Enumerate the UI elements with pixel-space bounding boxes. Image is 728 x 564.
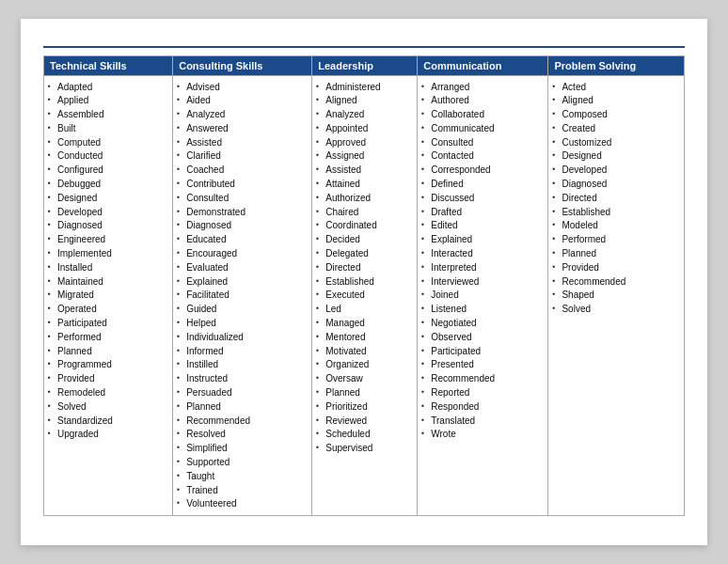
list-item: Computed	[48, 135, 168, 149]
col-header-communication: Communication	[418, 56, 548, 76]
list-item: Configured	[48, 164, 168, 178]
list-item: Scheduled	[316, 428, 413, 442]
list-item: Organized	[316, 358, 413, 372]
list-item: Directed	[316, 260, 413, 274]
col-body-consulting: AdvisedAidedAnalyzedAnsweredAssistedClar…	[173, 76, 312, 516]
list-item: Corresponded	[421, 164, 544, 178]
list-item: Performed	[552, 233, 680, 247]
list-item: Responded	[421, 400, 544, 414]
list-item: Arranged	[421, 80, 544, 94]
col-header-technical: Technical Skills	[44, 56, 173, 76]
list-item: Remodeled	[48, 386, 168, 400]
list-item: Administered	[316, 80, 413, 94]
list-item: Discussed	[421, 191, 544, 205]
list-item: Established	[552, 205, 680, 219]
list-item: Negotiated	[421, 317, 544, 331]
list-item: Translated	[421, 414, 544, 428]
list-item: Taught	[177, 469, 308, 483]
list-item: Educated	[177, 233, 308, 247]
list-item: Helped	[177, 317, 308, 331]
list-item: Analyzed	[177, 108, 308, 122]
list-item: Joined	[421, 289, 544, 303]
list-item: Programmed	[48, 358, 168, 372]
list-item: Trained	[177, 483, 308, 497]
list-item: Informed	[177, 344, 308, 358]
list-item: Collaborated	[421, 108, 544, 122]
list-item: Diagnosed	[48, 219, 168, 233]
list-item: Persuaded	[177, 386, 308, 400]
list-item: Planned	[552, 247, 680, 261]
list-item: Observed	[421, 330, 544, 344]
list-item: Resolved	[177, 428, 308, 442]
list-item: Decided	[316, 233, 413, 247]
list-item: Planned	[316, 386, 413, 400]
list-item: Developed	[552, 164, 680, 178]
word-list-consulting: AdvisedAidedAnalyzedAnsweredAssistedClar…	[177, 80, 308, 511]
list-item: Mentored	[316, 330, 413, 344]
col-header-leadership: Leadership	[312, 56, 418, 76]
list-item: Drafted	[421, 205, 544, 219]
list-item: Composed	[552, 108, 680, 122]
list-item: Established	[316, 274, 413, 289]
list-item: Customized	[552, 135, 680, 149]
list-item: Assembled	[48, 108, 168, 122]
list-item: Consulted	[421, 135, 544, 149]
list-item: Appointed	[316, 121, 413, 135]
list-item: Shaped	[552, 289, 680, 303]
list-item: Volunteered	[177, 497, 308, 511]
list-item: Assigned	[316, 149, 413, 164]
list-item: Explained	[421, 233, 544, 247]
list-item: Answered	[177, 121, 308, 135]
col-body-communication: ArrangedAuthoredCollaboratedCommunicated…	[418, 76, 548, 516]
list-item: Provided	[552, 260, 680, 274]
list-item: Aided	[177, 94, 308, 108]
list-item: Solved	[552, 303, 680, 317]
list-item: Chaired	[316, 205, 413, 219]
list-item: Planned	[48, 344, 168, 358]
list-item: Modeled	[552, 219, 680, 233]
col-header-consulting: Consulting Skills	[173, 56, 312, 76]
list-item: Authored	[421, 94, 544, 108]
list-item: Standardized	[48, 414, 168, 428]
list-item: Communicated	[421, 121, 544, 135]
list-item: Led	[316, 303, 413, 317]
word-list-technical: AdaptedAppliedAssembledBuiltComputedCond…	[48, 80, 168, 442]
list-item: Recommended	[421, 372, 544, 386]
list-item: Executed	[316, 289, 413, 303]
list-item: Oversaw	[316, 372, 413, 386]
col-body-technical: AdaptedAppliedAssembledBuiltComputedCond…	[44, 76, 173, 516]
list-item: Reviewed	[316, 414, 413, 428]
list-item: Coached	[177, 164, 308, 178]
word-list-communication: ArrangedAuthoredCollaboratedCommunicated…	[421, 80, 544, 442]
list-item: Installed	[48, 260, 168, 274]
list-item: Clarified	[177, 149, 308, 164]
word-list-leadership: AdministeredAlignedAnalyzedAppointedAppr…	[316, 80, 413, 456]
list-item: Built	[48, 121, 168, 135]
list-item: Listened	[421, 303, 544, 317]
list-item: Presented	[421, 358, 544, 372]
list-item: Conducted	[48, 149, 168, 164]
list-item: Performed	[48, 330, 168, 344]
header	[43, 38, 685, 40]
list-item: Participated	[421, 344, 544, 358]
list-item: Maintained	[48, 274, 168, 289]
list-item: Prioritized	[316, 400, 413, 414]
list-item: Debugged	[48, 178, 168, 192]
header-divider	[43, 46, 685, 48]
list-item: Planned	[177, 400, 308, 414]
page: Technical SkillsConsulting SkillsLeaders…	[21, 19, 707, 545]
col-header-problem_solving: Problem Solving	[548, 56, 685, 76]
list-item: Assisted	[177, 135, 308, 149]
list-item: Created	[552, 121, 680, 135]
list-item: Designed	[48, 191, 168, 205]
list-item: Analyzed	[316, 108, 413, 122]
list-item: Instilled	[177, 358, 308, 372]
list-item: Diagnosed	[552, 178, 680, 192]
list-item: Wrote	[421, 428, 544, 442]
list-item: Provided	[48, 372, 168, 386]
list-item: Managed	[316, 317, 413, 331]
list-item: Approved	[316, 135, 413, 149]
list-item: Aligned	[552, 94, 680, 108]
list-item: Designed	[552, 149, 680, 164]
list-item: Adapted	[48, 80, 168, 94]
